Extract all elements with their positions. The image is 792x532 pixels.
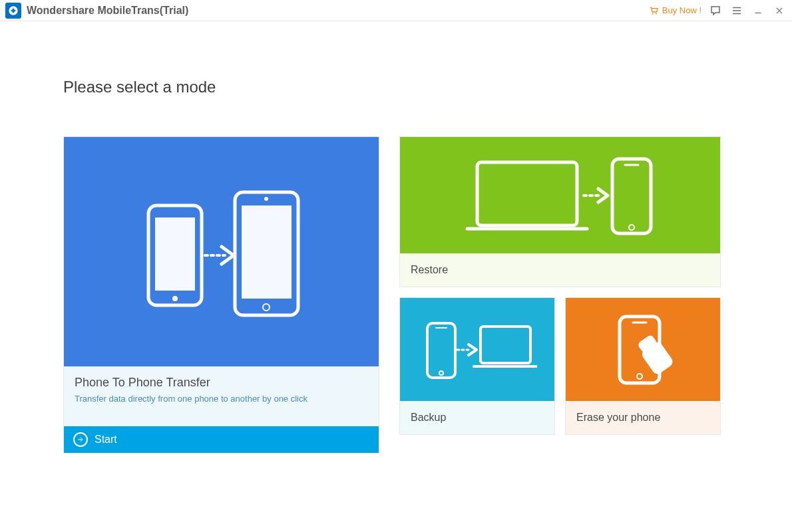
backup-body: Backup: [400, 401, 554, 434]
svg-point-12: [629, 225, 634, 230]
tile-erase[interactable]: Erase your phone: [565, 297, 721, 435]
svg-point-1: [656, 13, 657, 14]
close-button[interactable]: [772, 3, 787, 18]
start-button[interactable]: Start: [64, 426, 379, 453]
page-title: Please select a mode: [63, 78, 729, 96]
titlebar: Wondershare MobileTrans(Trial) Buy Now !: [0, 0, 792, 21]
tile-restore[interactable]: Restore: [399, 136, 721, 287]
close-icon: [775, 6, 784, 15]
restore-art: [400, 137, 720, 253]
speech-bubble-icon: [709, 5, 721, 17]
backup-art: [400, 298, 554, 401]
erase-title: Erase your phone: [576, 412, 709, 424]
cart-icon: [648, 5, 659, 16]
minimize-icon: [753, 6, 763, 15]
buy-now-label: Buy Now !: [662, 5, 701, 15]
svg-point-15: [439, 371, 443, 375]
phone-to-phone-body: Phone To Phone Transfer Transfer data di…: [64, 366, 379, 426]
buy-now-link[interactable]: Buy Now !: [648, 5, 701, 16]
svg-point-8: [263, 304, 270, 311]
svg-rect-11: [612, 159, 651, 233]
laptop-to-phone-icon: [461, 149, 660, 242]
restore-body: Restore: [400, 253, 720, 287]
tile-backup[interactable]: Backup: [399, 297, 555, 435]
svg-point-4: [172, 296, 178, 301]
minimize-button[interactable]: [751, 3, 765, 18]
phone-to-laptop-icon: [417, 313, 537, 386]
svg-rect-3: [155, 217, 195, 291]
svg-point-0: [652, 13, 653, 14]
svg-rect-9: [477, 162, 577, 225]
phone-to-phone-icon: [135, 186, 308, 319]
menu-button[interactable]: [729, 3, 744, 18]
phone-to-phone-desc: Transfer data directly from one phone to…: [75, 394, 368, 404]
svg-rect-6: [242, 205, 292, 299]
app-icon: [5, 3, 21, 19]
erase-body: Erase your phone: [566, 401, 720, 434]
app-title: Wondershare MobileTrans(Trial): [27, 5, 188, 17]
svg-rect-14: [427, 323, 455, 378]
erase-phone-icon: [600, 310, 686, 390]
main-content: Please select a mode: [0, 21, 792, 454]
svg-point-20: [637, 374, 642, 379]
restore-title: Restore: [411, 264, 709, 276]
tile-phone-to-phone[interactable]: Phone To Phone Transfer Transfer data di…: [63, 136, 379, 454]
phone-to-phone-art: [64, 137, 379, 366]
phone-to-phone-title: Phone To Phone Transfer: [75, 376, 368, 390]
hamburger-icon: [731, 5, 743, 17]
feedback-button[interactable]: [708, 3, 723, 18]
arrow-circle-icon: [73, 432, 88, 447]
svg-point-7: [264, 197, 268, 201]
backup-title: Backup: [411, 412, 544, 424]
erase-art: [566, 298, 720, 401]
start-label: Start: [95, 434, 117, 446]
svg-rect-17: [481, 327, 530, 363]
